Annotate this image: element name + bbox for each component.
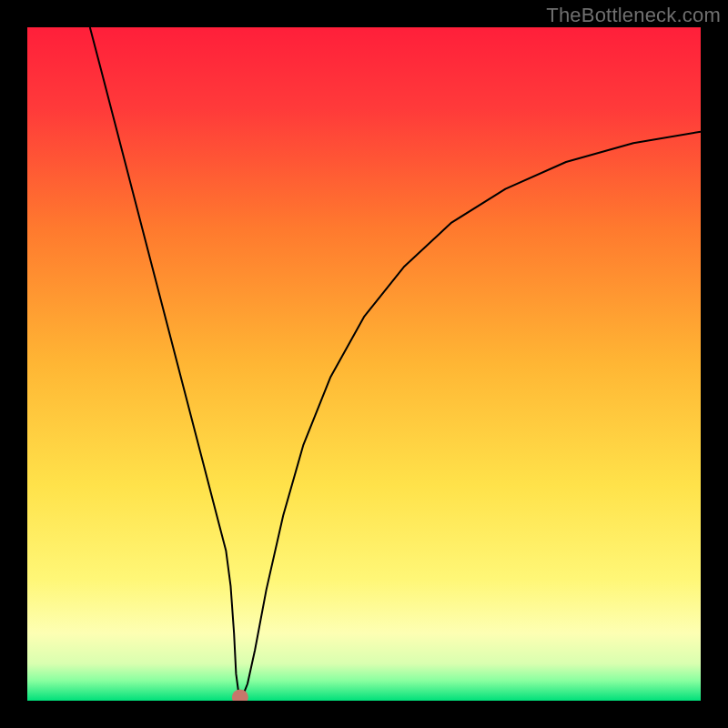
chart-frame [27, 27, 701, 701]
watermark-text: TheBottleneck.com [546, 4, 721, 27]
bottleneck-chart [27, 27, 701, 701]
gradient-background [27, 27, 701, 701]
